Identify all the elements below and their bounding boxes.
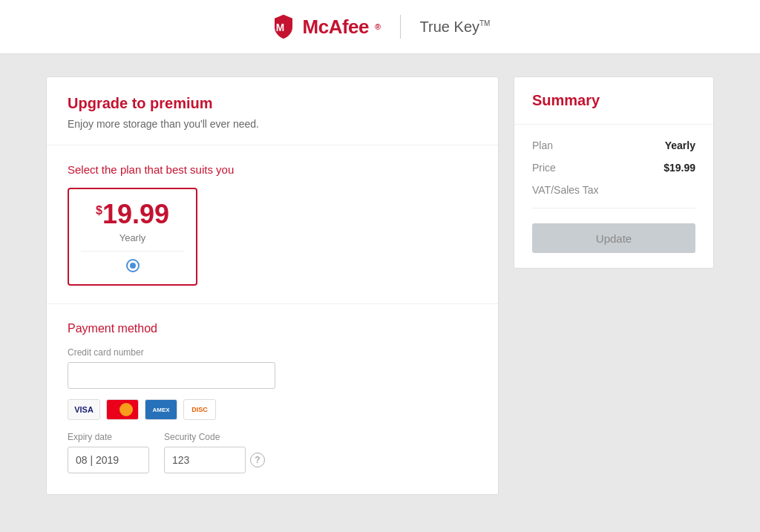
header: M McAfee® True KeyTM — [0, 0, 760, 54]
discover-icon: DISC — [183, 399, 216, 420]
mastercard-icon — [106, 399, 139, 420]
upgrade-title: Upgrade to premium — [68, 95, 477, 112]
plan-price-dollar: $ — [96, 204, 102, 217]
expiry-security-row: Expiry date Security Code ? — [68, 432, 477, 473]
right-panel: Summary Plan Yearly Price $19.99 VAT/Sal… — [514, 76, 714, 269]
upgrade-header: Upgrade to premium Enjoy more storage th… — [47, 77, 498, 145]
mcafee-shield-icon: M — [270, 13, 297, 40]
plan-radio-area — [81, 251, 184, 272]
update-button[interactable]: Update — [532, 223, 695, 253]
radio-inner-dot — [130, 263, 136, 269]
summary-title: Summary — [532, 92, 695, 109]
credit-card-input[interactable] — [68, 362, 275, 389]
plan-period: Yearly — [119, 232, 146, 243]
summary-header: Summary — [514, 77, 713, 125]
summary-tax-row: VAT/Sales Tax — [532, 184, 695, 196]
card-icons-row: VISA AMEX DISC — [68, 399, 477, 420]
summary-price-value: $19.99 — [664, 162, 695, 174]
security-label: Security Code — [164, 432, 265, 442]
registered-mark: ® — [375, 22, 381, 31]
summary-price-row: Price $19.99 — [532, 162, 695, 174]
plan-price-display: $ 19.99 — [96, 201, 169, 228]
credit-card-label: Credit card number — [68, 347, 477, 358]
summary-body: Plan Yearly Price $19.99 VAT/Sales Tax U… — [514, 125, 713, 268]
summary-plan-value: Yearly — [665, 139, 695, 151]
logo-container: M McAfee® True KeyTM — [270, 13, 491, 40]
plan-section-label: Select the plan that best suits you — [68, 163, 477, 176]
upgrade-subtitle: Enjoy more storage than you'll ever need… — [68, 118, 477, 130]
expiry-input[interactable] — [68, 447, 149, 473]
payment-title: Payment method — [68, 322, 477, 335]
plan-radio-button[interactable] — [126, 259, 140, 272]
summary-plan-row: Plan Yearly — [532, 139, 695, 151]
credit-card-group: Credit card number — [68, 347, 477, 389]
plan-price-amount: 19.99 — [102, 201, 169, 228]
security-code-input[interactable] — [164, 447, 246, 473]
security-group: Security Code ? — [164, 432, 265, 473]
left-panel: Upgrade to premium Enjoy more storage th… — [46, 76, 499, 495]
summary-price-key: Price — [532, 162, 556, 174]
logo-divider — [400, 15, 401, 39]
mcafee-brand-name: McAfee — [303, 16, 369, 39]
main-content: Upgrade to premium Enjoy more storage th… — [16, 54, 744, 517]
summary-plan-key: Plan — [532, 139, 553, 151]
expiry-group: Expiry date — [68, 432, 149, 473]
truekey-brand-name: True KeyTM — [420, 19, 491, 36]
security-help-icon[interactable]: ? — [250, 453, 265, 467]
svg-text:M: M — [275, 22, 284, 33]
mcafee-logo: M McAfee® — [270, 13, 381, 40]
summary-divider — [532, 208, 695, 208]
payment-section: Payment method Credit card number VISA A… — [47, 304, 498, 494]
amex-icon: AMEX — [145, 399, 177, 420]
visa-icon: VISA — [68, 399, 100, 420]
plan-section: Select the plan that best suits you $ 19… — [47, 145, 498, 304]
summary-tax-key: VAT/Sales Tax — [532, 184, 598, 196]
plan-card-yearly[interactable]: $ 19.99 Yearly — [68, 188, 197, 286]
security-input-wrap: ? — [164, 447, 265, 473]
expiry-label: Expiry date — [68, 432, 149, 442]
